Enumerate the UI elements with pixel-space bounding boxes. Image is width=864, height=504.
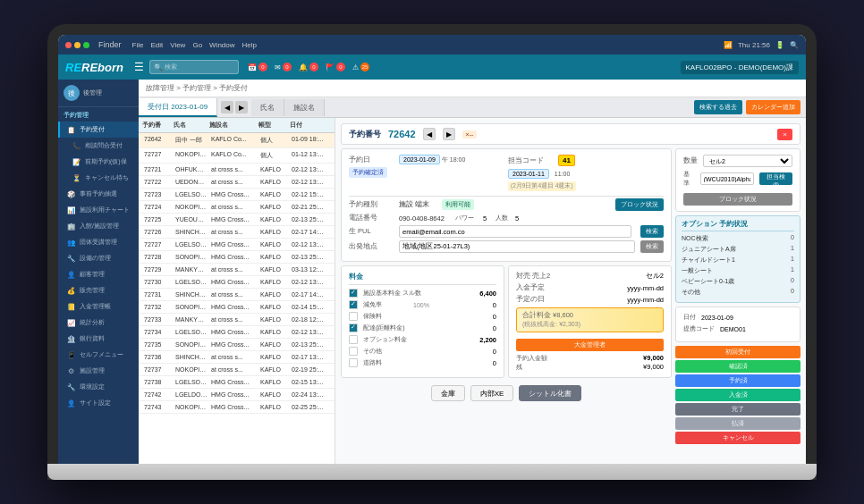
menu-view[interactable]: View [170, 41, 185, 49]
detail-next-btn[interactable]: ▶ [443, 128, 455, 140]
sidebar-item-sales[interactable]: 💰 販売管理 [58, 282, 139, 298]
sidebar-item-equipment[interactable]: 🔧 設備の管理 [58, 250, 139, 266]
header-icon-mail[interactable]: ✉ 0 [275, 63, 292, 71]
insurance-checkbox[interactable] [349, 312, 358, 321]
discount-checkbox[interactable] [349, 300, 358, 309]
email-input[interactable] [399, 225, 631, 238]
sidebar-item-group[interactable]: 👥 団体受講管理 [58, 234, 139, 250]
sidebar-item-advance[interactable]: 📝 前期予約(仮)保 [58, 154, 139, 170]
search-btn[interactable]: 検索する過去 [694, 100, 742, 114]
list-row[interactable]: 72737 NOKOPIYO at cross s... KAFLO 02-19… [139, 364, 335, 376]
booking-type-select[interactable]: セル2 [703, 155, 792, 167]
list-row[interactable]: 72727 NOKOPIYO KAFLO Co... 個人 01-12 13:.… [139, 148, 335, 164]
sidebar-item-settings[interactable]: 🔧 環境設定 [58, 379, 139, 395]
list-row[interactable]: 72730 LGELSON1 HMG Cross... KAFLO 02-12 … [139, 276, 335, 289]
menu-file[interactable]: File [132, 41, 144, 49]
sidebar-avatar: 後 [64, 85, 80, 101]
rental-fee-checkbox[interactable] [349, 358, 358, 367]
booking-ref-input[interactable] [700, 172, 754, 185]
list-row[interactable]: 72742 LGELDON1 HMG Cross... KAFLO 02-24 … [139, 389, 335, 401]
list-row[interactable]: 72724 NOKOPIYO at cross s... KAFLO 02-21… [139, 201, 335, 214]
facility-fee-checkbox[interactable] [349, 323, 358, 332]
status-initial-btn[interactable]: 初回受付 [675, 346, 800, 358]
list-row[interactable]: 72738 LGELSON1 HMG Cross... KAFLO 02-15 … [139, 376, 335, 389]
list-row[interactable]: 72728 SONOPIYO HMG Cross... KAFLO 02-13 … [139, 251, 335, 264]
sidebar-item-site[interactable]: 👤 サイト設定 [58, 395, 139, 411]
people-label: 人数 [496, 214, 508, 223]
option-fee-checkbox[interactable] [349, 335, 358, 344]
calendar-btn[interactable]: カレンダー追加 [746, 100, 800, 114]
list-row[interactable]: 72735 SONOPIYO HMG Cross... KAFLO 02-13 … [139, 339, 335, 351]
header-icon-calendar[interactable]: 📅 0 [248, 63, 267, 71]
menu-window[interactable]: Window [209, 41, 234, 49]
status-cancel-btn[interactable]: キャンセル [675, 432, 800, 444]
menu-help[interactable]: Help [242, 41, 257, 49]
list-row[interactable]: 72725 YUEOUNWA HMG Cross... KAFLO 02-13 … [139, 214, 335, 226]
detail-prev-btn[interactable]: ◀ [423, 128, 436, 140]
detail-close-btn[interactable]: × [777, 129, 792, 140]
list-row[interactable]: 72731 SHINCHAN at cross s... KAFLO 02-17… [139, 289, 335, 301]
list-row[interactable]: 72726 SHINCHAN at cross s... KAFLO 02-17… [139, 226, 335, 239]
global-search-bar[interactable]: 🔍 検索 [149, 60, 239, 74]
tab-facility[interactable]: 施設名 [284, 99, 325, 116]
list-row[interactable]: 72729 MANKYO10 at cross s... KAFLO 03-13… [139, 264, 335, 276]
status-complete-btn[interactable]: 完了 [675, 403, 800, 416]
sidebar-item-manage[interactable]: ⚙ 施設管理 [58, 363, 139, 379]
sidebar-item-customers[interactable]: 👤 顧客管理 [58, 266, 139, 282]
advance-payment-btn[interactable]: 大金管理者 [516, 339, 664, 351]
group-label: 団体受講管理 [80, 238, 117, 247]
header-icon-flag[interactable]: 🚩 0 [326, 63, 345, 71]
list-row[interactable]: 72734 LGELSON1 HMG Cross... KAFLO 02-12 … [139, 326, 335, 339]
sidebar-item-consultation[interactable]: 📞 相談問合受付 [58, 138, 139, 154]
list-row[interactable]: 72743 NOKOPIYO HMG Cross... KAFLO 02-25 … [139, 401, 335, 414]
sidebar-item-facility[interactable]: 🏢 入館/施設管理 [58, 218, 139, 234]
sidebar-item-waitlist[interactable]: ⏳ キャンセル待ち [58, 170, 139, 186]
menu-go[interactable]: Go [192, 41, 202, 49]
booking-ref-row: 基準 担当検索 [683, 170, 792, 188]
list-row[interactable]: 72733 MANKYO10 at cross s... KAFLO 02-18… [139, 314, 335, 326]
list-row[interactable]: 72721 OHFUKOPY at cross s... KAFLO 02-12… [139, 164, 335, 176]
address-search-btn[interactable]: 検索 [640, 240, 664, 253]
list-row[interactable]: 72727 LGELSON1 HMG Cross... KAFLO 02-12 … [139, 239, 335, 251]
block-status-btn[interactable]: ブロック状況 [615, 198, 664, 211]
list-row[interactable]: 72722 UEDONURA at cross s... KAFLO 02-12… [139, 176, 335, 189]
block-status-btn2[interactable]: ブロック状況 [683, 193, 792, 206]
search-icon[interactable]: 🔍 [790, 41, 799, 49]
status-settled-btn[interactable]: 払済 [675, 417, 800, 430]
sidebar-item-self[interactable]: 📱 セルフメニュー [58, 347, 139, 363]
status-paid-btn[interactable]: 入金済 [675, 389, 800, 401]
list-row[interactable]: 72732 SONOPIYO HMG Cross... KAFLO 02-14 … [139, 301, 335, 314]
address-input[interactable] [399, 240, 635, 253]
finalize-btn[interactable]: シットル化書 [519, 385, 581, 401]
tab-name[interactable]: 氏名 [251, 99, 284, 116]
tab-date[interactable]: 受付日 2023-01-09 [139, 98, 217, 117]
hamburger-icon[interactable]: ☰ [134, 61, 144, 73]
maximize-button[interactable] [83, 42, 89, 48]
status-reserved-btn[interactable]: 予約済 [675, 374, 800, 387]
list-row[interactable]: 72723 LGELSONK HMG Cross... KAFLO 02-12 … [139, 189, 335, 201]
minimize-button[interactable] [74, 42, 80, 48]
customers-label: 顧客管理 [80, 270, 105, 279]
sidebar-item-chart[interactable]: 📊 施設利用チャート [58, 202, 139, 218]
base-checkbox[interactable] [349, 289, 358, 298]
sidebar-item-payment[interactable]: 📒 入金管理帳 [58, 298, 139, 315]
print-btn[interactable]: 内部XE [470, 385, 514, 401]
list-row[interactable]: 72736 SHINCHAN at cross s... KAFLO 02-17… [139, 351, 335, 364]
status-confirm-btn[interactable]: 確認済 [675, 360, 800, 373]
menu-edit[interactable]: Edit [150, 41, 163, 49]
list-row[interactable]: 72642 田中 一郎 KAFLO Co... 個人 01-09 18:... [139, 133, 335, 148]
sidebar-item-stats[interactable]: 📈 統計分析 [58, 315, 139, 331]
other-fee-checkbox[interactable] [349, 347, 358, 356]
sidebar-item-lottery[interactable]: 🎲 事前予約抽選 [58, 186, 139, 202]
date-prev-btn[interactable]: ◀ [221, 101, 233, 113]
option-child-row: チャイルドシート1 1 [682, 256, 794, 265]
sidebar-item-bank[interactable]: 🏦 銀行資料 [58, 331, 139, 347]
sidebar-item-reception[interactable]: 📋 予約受付 [58, 122, 139, 138]
search-facility-btn[interactable]: 検索 [640, 225, 664, 238]
close-button[interactable] [65, 42, 72, 48]
save-btn[interactable]: 金庫 [431, 385, 465, 401]
date-next-btn[interactable]: ▶ [235, 101, 248, 113]
header-icon-bell[interactable]: 🔔 0 [299, 63, 318, 71]
header-icon-alert[interactable]: ⚠ 25 [352, 63, 369, 71]
ref-search-btn[interactable]: 担当検索 [759, 172, 792, 185]
